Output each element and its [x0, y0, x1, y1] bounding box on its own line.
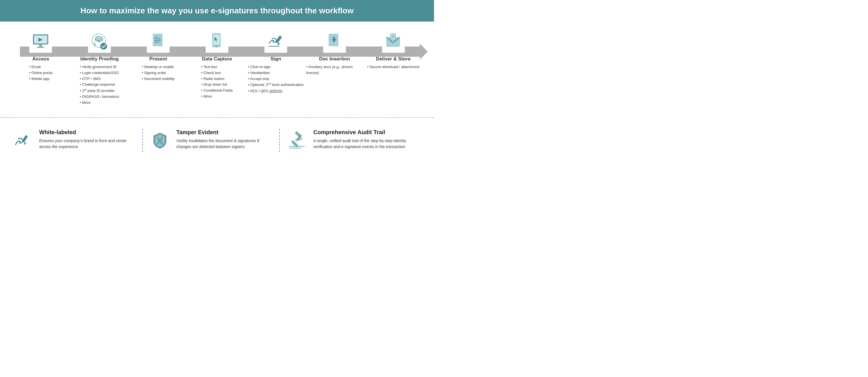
svg-rect-8 [160, 34, 162, 37]
step-data-capture-list: Text box Check box Radio button Drop-dow… [201, 64, 233, 100]
feature-audit-trail-description: A single, unified audit trail of the ste… [313, 138, 411, 150]
list-item: Challenge-response [80, 82, 119, 88]
list-item: Online portal [29, 70, 52, 76]
step-access-list: Email Online portal Mobile app [29, 64, 52, 82]
list-item: More [80, 100, 119, 106]
step-sign: Sign Click-to-sign Handwritten Accept on… [246, 30, 305, 94]
list-item: Conditional Fields [201, 88, 233, 94]
feature-audit-trail-text: Comprehensive Audit Trail A single, unif… [313, 129, 411, 150]
list-item: Document visibility [142, 76, 175, 82]
feature-white-labeled-description: Ensures your company's brand is front an… [39, 138, 137, 150]
feature-white-labeled-title: White-labeled [39, 129, 137, 136]
list-item: Mobile app [29, 76, 52, 82]
present-icon [147, 30, 169, 53]
timeline: Access Email Online portal Mobile app [11, 30, 423, 106]
step-present-title: Present [149, 56, 167, 62]
feature-tamper-evident-title: Tamper Evident [176, 129, 274, 136]
feature-tamper-evident-text: Tamper Evident Visibly invalidates the d… [176, 129, 274, 150]
feature-white-labeled: White-labeled Ensures your company's bra… [11, 129, 149, 152]
step-deliver-store: Deliver & Store Secure download / attach… [364, 30, 423, 70]
list-item: 3rd party ID provider [80, 88, 119, 94]
svg-point-6 [100, 43, 107, 49]
list-item: Optional: 2nd level authentication [248, 82, 304, 88]
step-access-title: Access [32, 56, 50, 62]
step-access: Access Email Online portal Mobile app [11, 30, 70, 82]
list-item: Login credentials/SSO [80, 70, 119, 76]
svg-rect-23 [333, 37, 335, 39]
list-item: Secure download / attachment [367, 64, 420, 70]
features-section: White-labeled Ensures your company's bra… [0, 126, 434, 160]
step-deliver-store-list: Secure download / attachment [367, 64, 420, 70]
step-sign-list: Click-to-sign Handwritten Accept only Op… [248, 64, 304, 94]
step-data-capture-title: Data Capture [202, 56, 232, 62]
svg-rect-25 [391, 34, 395, 40]
feature-tamper-evident-description: Visibly invalidates the document & signa… [176, 138, 274, 150]
list-item: Drop-down list [201, 82, 233, 88]
list-item: DIGIPASS / biometrics [80, 94, 119, 100]
data-capture-icon [206, 30, 228, 53]
feature-audit-trail: Comprehensive Audit Trail A single, unif… [285, 129, 423, 152]
white-labeled-icon [11, 129, 34, 152]
page-title: How to maximize the way you use e-signat… [11, 6, 423, 15]
audit-trail-icon [285, 129, 308, 152]
workflow-section: Access Email Online portal Mobile app [0, 22, 434, 114]
deliver-store-icon [382, 30, 405, 53]
step-deliver-store-title: Deliver & Store [376, 56, 411, 62]
step-doc-insertion: Doc Insertion Ancillary docs (e.g., driv… [305, 30, 364, 76]
step-sign-title: Sign [270, 56, 281, 62]
list-item: Click-to-sign [248, 64, 304, 70]
list-item: More [201, 94, 233, 100]
feature-white-labeled-text: White-labeled Ensures your company's bra… [39, 129, 137, 150]
list-item: Ancillary docs (e.g., drivers license) [306, 64, 363, 76]
list-item: Desktop or mobile [142, 64, 175, 70]
svg-rect-21 [336, 34, 338, 37]
list-item: Verify government ID [80, 64, 119, 70]
list-item: Handwritten [248, 70, 304, 76]
svg-rect-3 [39, 44, 42, 47]
feature-audit-trail-title: Comprehensive Audit Trail [313, 129, 411, 136]
step-data-capture: Data Capture Text box Check box Radio bu… [188, 30, 247, 100]
svg-marker-30 [23, 142, 26, 146]
step-doc-insertion-title: Doc Insertion [319, 56, 350, 62]
identity-proofing-icon [88, 30, 111, 53]
list-item: Email [29, 64, 52, 70]
svg-rect-4 [37, 47, 44, 48]
list-item: Accept only [248, 76, 304, 82]
step-identity-proofing: Identity Proofing Verify government ID L… [70, 30, 129, 106]
list-item: OTP / SMS [80, 76, 119, 82]
list-item: AES / QES (eIDAS) [248, 88, 304, 94]
access-icon [29, 30, 52, 53]
step-identity-proofing-list: Verify government ID Login credentials/S… [80, 64, 119, 106]
list-item: Check box [201, 70, 233, 76]
step-present: Present Desktop or mobile Signing order … [129, 30, 188, 82]
svg-rect-29 [22, 135, 28, 143]
step-identity-proofing-title: Identity Proofing [81, 56, 119, 62]
svg-point-15 [216, 45, 217, 47]
list-item: Signing order [142, 70, 175, 76]
feature-tamper-evident: Tamper Evident Visibly invalidates the d… [149, 129, 286, 152]
section-divider [0, 117, 434, 118]
tamper-evident-icon [149, 129, 171, 152]
step-present-list: Desktop or mobile Signing order Document… [142, 64, 175, 82]
list-item: Radio button [201, 76, 233, 82]
doc-insertion-icon [323, 30, 346, 53]
page-header: How to maximize the way you use e-signat… [0, 0, 434, 22]
sign-icon [265, 30, 287, 53]
list-item: Text box [201, 64, 233, 70]
step-doc-insertion-list: Ancillary docs (e.g., drivers license) [306, 64, 363, 76]
